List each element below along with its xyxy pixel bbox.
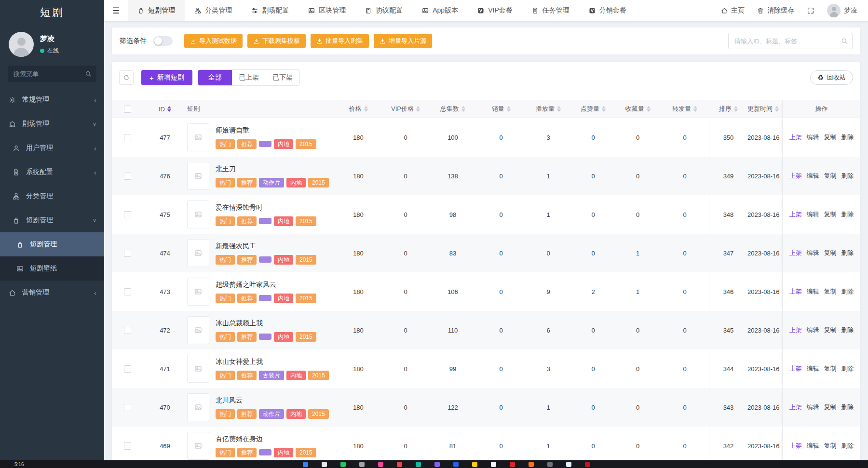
column-header-shares[interactable]: 转发量 [661,100,709,118]
sort-icon[interactable] [557,106,561,112]
row-checkbox[interactable] [124,173,131,180]
nav-tab-drama[interactable]: 短剧管理 [128,0,185,21]
sidebar-item-theater[interactable]: 剧场管理∨ [0,112,104,136]
sort-icon[interactable] [602,106,606,112]
taskbar-app-icon[interactable] [322,462,327,467]
copy-link[interactable]: 复制 [824,403,836,412]
nav-tab-block[interactable]: 区块管理 [298,0,355,21]
taskbar-app-icon[interactable] [585,462,590,467]
sidebar-item-system[interactable]: 系统配置‹ [0,160,104,184]
edit-link[interactable]: 编辑 [807,326,819,334]
row-checkbox[interactable] [124,134,131,141]
column-header-episodes[interactable]: 总集数 [429,100,477,118]
nav-tab-category[interactable]: 分类管理 [185,0,242,21]
taskbar-app-icon[interactable] [453,462,459,467]
sidebar-item-users[interactable]: 用户管理‹ [0,136,104,160]
column-header-price[interactable]: 价格 [334,100,382,118]
sort-icon[interactable] [734,106,738,112]
refresh-button[interactable] [119,70,134,85]
taskbar-app-icon[interactable] [303,462,308,467]
status-tab-on[interactable]: 已上架 [232,70,266,85]
taskbar-app-icon[interactable] [510,462,515,467]
delete-link[interactable]: 删除 [841,133,854,142]
edit-link[interactable]: 编辑 [807,403,819,412]
sort-icon[interactable] [167,106,171,112]
taskbar-app-icon[interactable] [359,462,365,467]
nav-tab-app-version[interactable]: App版本 [412,0,468,21]
copy-link[interactable]: 复制 [824,210,836,219]
copy-link[interactable]: 复制 [824,287,836,296]
delete-link[interactable]: 删除 [841,287,854,296]
row-checkbox[interactable] [124,404,131,411]
avatar[interactable] [9,32,34,57]
recycle-bin-button[interactable]: ♻ 回收站 [810,70,853,85]
taskbar-app-icon[interactable] [340,462,346,467]
taskbar-app-icon[interactable] [378,462,383,467]
row-checkbox[interactable] [124,365,131,373]
row-checkbox[interactable] [124,288,131,295]
sort-icon[interactable] [507,106,511,112]
taskbar-app-icon[interactable] [416,462,421,467]
edit-link[interactable]: 编辑 [807,287,819,296]
copy-link[interactable]: 复制 [824,441,836,450]
taskbar-app-icon[interactable] [434,462,440,467]
delete-link[interactable]: 删除 [841,172,854,180]
import-test-button[interactable]: 导入测试数据 [184,34,243,48]
publish-link[interactable]: 上架 [789,287,802,296]
sort-icon[interactable] [364,106,368,112]
publish-link[interactable]: 上架 [789,403,802,412]
nav-tab-tasks[interactable]: 任务管理 [522,0,579,21]
sort-icon[interactable] [416,106,420,112]
nav-tab-vip[interactable]: VIP套餐 [468,0,522,21]
edit-link[interactable]: 编辑 [807,210,819,219]
taskbar-app-icon[interactable] [547,462,553,467]
user-menu[interactable]: 梦凌 [827,4,857,17]
publish-link[interactable]: 上架 [789,133,802,142]
delete-link[interactable]: 删除 [841,326,854,334]
nav-tab-theater-config[interactable]: 剧场配置 [242,0,298,21]
edit-link[interactable]: 编辑 [807,249,819,257]
sidebar-item-general[interactable]: 常规管理‹ [0,88,104,112]
hamburger-menu-icon[interactable]: ☰ [104,6,128,16]
publish-link[interactable]: 上架 [789,364,802,373]
copy-link[interactable]: 复制 [824,133,836,142]
column-header-updated[interactable]: 更新时间 [747,100,782,118]
column-header-sales[interactable]: 销量 [477,100,525,118]
batch-import-button[interactable]: 批量导入剧集 [311,34,369,48]
edit-link[interactable]: 编辑 [807,172,819,180]
column-header-likes[interactable]: 点赞量 [571,100,615,118]
sort-icon[interactable] [647,106,651,112]
status-tab-off[interactable]: 已下架 [266,70,299,85]
publish-link[interactable]: 上架 [789,249,802,257]
delete-link[interactable]: 删除 [841,403,854,412]
nav-tab-protocol[interactable]: 协议配置 [355,0,412,21]
sidebar-item-marketing[interactable]: 营销管理‹ [0,281,104,305]
clear-cache-link[interactable]: 清除缓存 [757,6,794,15]
sort-icon[interactable] [693,106,697,112]
fullscreen-button[interactable] [807,7,814,14]
sort-icon[interactable] [775,106,779,112]
taskbar-app-icon[interactable] [472,462,477,467]
edit-link[interactable]: 编辑 [807,133,819,142]
copy-link[interactable]: 复制 [824,249,836,257]
column-header-plays[interactable]: 播放量 [525,100,571,118]
menu-search-input[interactable] [8,66,96,82]
table-search-input[interactable] [728,33,853,49]
publish-link[interactable]: 上架 [789,210,802,219]
delete-link[interactable]: 删除 [841,441,854,450]
column-header-sort[interactable]: 排序 [709,100,747,118]
sidebar-item-category[interactable]: 分类管理 [0,184,104,208]
publish-link[interactable]: 上架 [789,441,802,450]
edit-link[interactable]: 编辑 [807,364,819,373]
download-template-button[interactable]: 下载剧集模板 [247,34,306,48]
delete-link[interactable]: 删除 [841,210,854,219]
filter-toggle[interactable] [153,36,173,46]
column-header-id[interactable]: ID [143,100,187,118]
column-header-vip[interactable]: VIP价格 [382,100,429,118]
select-all-checkbox[interactable] [124,106,131,113]
sidebar-item-drama[interactable]: 短剧管理∨ [0,208,104,232]
delete-link[interactable]: 删除 [841,249,854,257]
add-drama-button[interactable]: + 新增短剧 [141,70,192,85]
incremental-import-button[interactable]: 增量导入片源 [374,34,432,48]
row-checkbox[interactable] [124,211,131,218]
